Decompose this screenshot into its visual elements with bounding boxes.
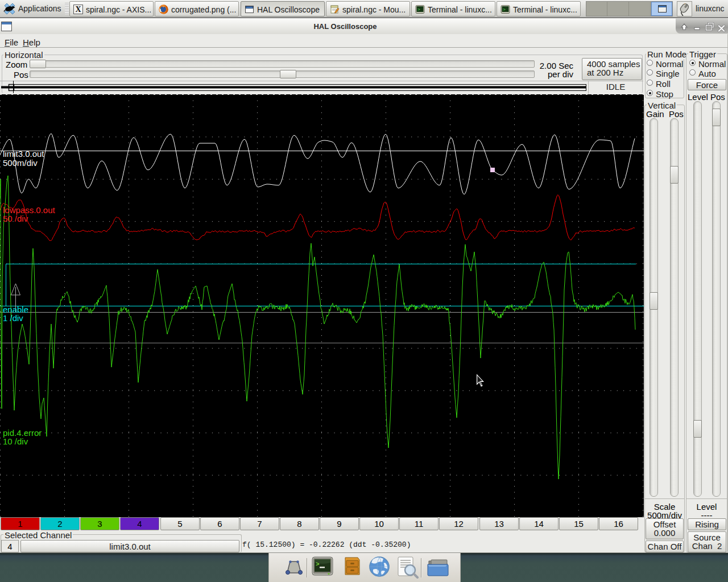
- svg-text:10 /div: 10 /div: [3, 436, 28, 446]
- svg-text:50 /div: 50 /div: [3, 214, 28, 223]
- svg-text:limit3.0.out: limit3.0.out: [3, 149, 44, 159]
- svg-text:X: X: [75, 5, 81, 14]
- svg-text:>: >: [417, 7, 420, 12]
- svg-text:>: >: [503, 7, 506, 12]
- svg-text:>: >: [316, 561, 320, 568]
- svg-text:500m/div: 500m/div: [3, 158, 38, 168]
- svg-text:1 /div: 1 /div: [3, 313, 23, 323]
